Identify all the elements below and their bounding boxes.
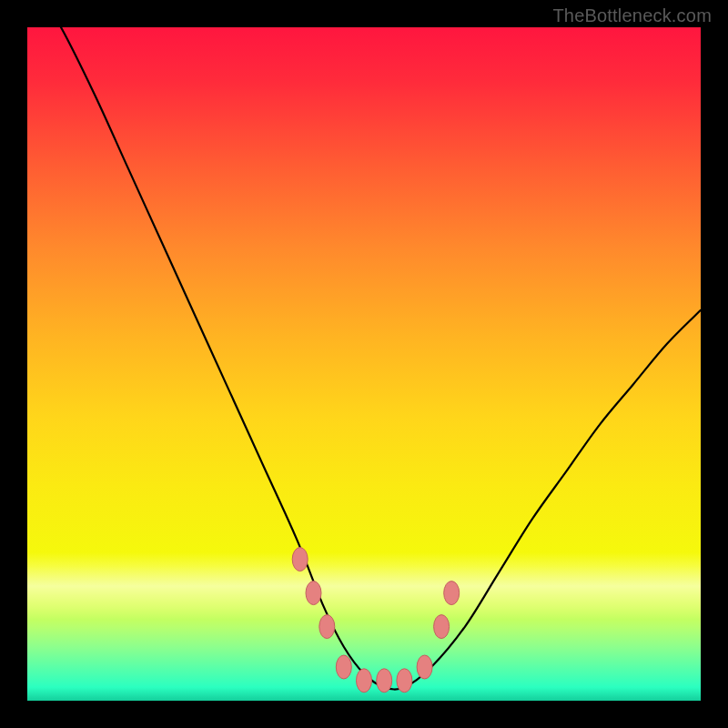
curve-marker (397, 669, 412, 693)
curve-marker (357, 669, 372, 693)
curve-marker (336, 655, 351, 679)
curve-marker (417, 655, 432, 679)
chart-plot-area (27, 27, 701, 701)
curve-marker (444, 581, 460, 605)
curve-marker (434, 615, 450, 639)
curve-marker (306, 581, 321, 605)
chart-svg (27, 27, 701, 701)
watermark-text: TheBottleneck.com (552, 5, 712, 26)
curve-markers (292, 548, 460, 693)
curve-marker (319, 615, 335, 639)
bottleneck-curve (27, 27, 701, 690)
curve-marker (377, 669, 392, 693)
curve-marker (292, 548, 308, 571)
